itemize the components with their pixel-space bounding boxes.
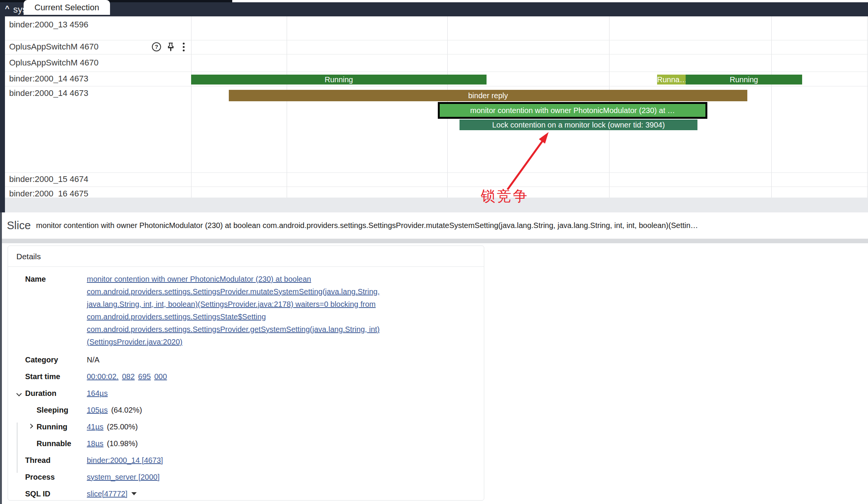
detail-row-sql-id: SQL ID slice[47772] (8, 485, 484, 502)
slice-kind-label: Slice (7, 219, 31, 232)
track-label-oplusappswitchm-1[interactable]: OplusAppSwitchM 4670 (9, 42, 99, 52)
running-link[interactable]: 41µs (87, 423, 104, 431)
slice-binder-reply[interactable]: binder reply (229, 90, 747, 101)
grid-line (191, 16, 191, 198)
slice-running-right[interactable]: Running (686, 75, 802, 85)
start-time-link[interactable]: 000 (154, 372, 167, 381)
detail-label: SQL ID (25, 490, 87, 498)
runnable-link[interactable]: 18µs (87, 439, 104, 448)
duration-link[interactable]: 164µs (87, 389, 108, 398)
panel-scrollbar[interactable] (0, 212, 2, 504)
category-value: N/A (87, 356, 99, 364)
pin-icon[interactable] (166, 42, 176, 51)
name-line[interactable]: com.android.providers.settings.SettingsS… (87, 311, 380, 323)
slice-summary-bar: Slice monitor contention with owner Phot… (0, 212, 868, 239)
more-vert-icon[interactable] (182, 43, 185, 51)
thread-link[interactable]: binder:2000_14 [4673] (87, 456, 163, 465)
annotation-label: 锁竞争 (481, 187, 529, 206)
indent-guide (17, 423, 18, 473)
help-icon[interactable]: ? (152, 42, 161, 51)
grid-line (771, 16, 772, 198)
start-time-link[interactable]: 082 (122, 372, 134, 381)
perfetto-trace-viewer: ^ system_server 2000 binder:2000_13 4596… (0, 0, 868, 504)
process-left-rail (0, 16, 5, 198)
detail-row-category: Category N/A (8, 351, 484, 368)
slice-running-left[interactable]: Running (191, 75, 487, 85)
bottom-panel-tab-bar (0, 198, 868, 212)
annotation-arrow (0, 0, 868, 213)
start-time-link[interactable]: 695 (138, 372, 151, 381)
row-divider (5, 86, 868, 86)
tab-current-selection[interactable]: Current Selection (24, 0, 110, 15)
details-card: Details Name monitor contention with own… (8, 246, 484, 501)
sleeping-link[interactable]: 105µs (87, 406, 108, 415)
sql-id-link[interactable]: slice[47772] (87, 490, 128, 498)
grid-line (867, 16, 868, 198)
detail-label: Sleeping (37, 406, 87, 415)
detail-row-thread: Thread binder:2000_14 [4673] (8, 452, 484, 469)
detail-label: Duration (25, 389, 87, 398)
process-group-header[interactable]: ^ system_server 2000 (0, 2, 868, 16)
row-divider (5, 54, 868, 54)
name-link[interactable]: monitor contention with owner PhotonicMo… (87, 273, 380, 348)
start-time-link[interactable]: 00:00:02. (87, 372, 118, 381)
slice-description: monitor contention with owner PhotonicMo… (36, 221, 868, 230)
detail-label: Start time (25, 372, 87, 381)
row-divider (5, 40, 868, 40)
row-divider (5, 172, 868, 173)
name-line[interactable]: com.android.providers.settings.SettingsP… (87, 323, 380, 336)
slice-monitor-contention-selected[interactable]: monitor contention with owner PhotonicMo… (438, 102, 707, 119)
details-title: Details (8, 246, 484, 267)
track-label-binder-2000-14-slices[interactable]: binder:2000_14 4673 (9, 88, 88, 98)
detail-row-name: Name monitor contention with owner Photo… (8, 273, 484, 348)
track-label-binder-2000-15[interactable]: binder:2000_15 4674 (9, 174, 88, 184)
chevron-right-icon[interactable] (28, 424, 33, 429)
detail-row-process: Process system_server [2000] (8, 469, 484, 485)
name-line[interactable]: com.android.providers.settings.SettingsP… (87, 285, 380, 298)
detail-row-duration: Duration 164µs (8, 385, 484, 402)
detail-row-start-time: Start time 00:00:02. 082 695 000 (8, 368, 484, 385)
tab-bar-rail (0, 198, 5, 212)
process-link[interactable]: system_server [2000] (87, 473, 160, 482)
collapse-icon[interactable]: ^ (5, 4, 10, 13)
detail-label: Category (25, 356, 87, 364)
panel-divider (0, 239, 868, 243)
detail-label: Thread (25, 456, 87, 465)
detail-row-running: Running 41µs (25.00%) (8, 418, 484, 435)
detail-label: Process (25, 473, 87, 482)
slice-runnable[interactable]: Runna… (657, 75, 686, 85)
track-label-binder-2000-13[interactable]: binder:2000_13 4596 (9, 20, 88, 30)
slice-lock-contention[interactable]: Lock contention on a monitor lock (owner… (460, 120, 697, 130)
detail-row-runnable: Runnable 18µs (10.98%) (8, 435, 484, 452)
row-divider (5, 72, 868, 72)
row-divider (5, 187, 868, 187)
detail-label: Name (25, 273, 87, 284)
detail-row-sleeping: Sleeping 105µs (64.02%) (8, 402, 484, 418)
detail-label: Runnable (37, 439, 87, 448)
dropdown-caret-icon[interactable] (131, 492, 137, 495)
track-label-binder-2000-14-sched[interactable]: binder:2000_14 4673 (9, 74, 88, 84)
track-label-oplusappswitchm-2[interactable]: OplusAppSwitchM 4670 (9, 58, 99, 68)
name-line[interactable]: monitor contention with owner PhotonicMo… (87, 273, 380, 285)
detail-label: Running (37, 423, 87, 431)
runnable-percent: (10.98%) (107, 439, 138, 448)
sleeping-percent: (64.02%) (111, 406, 142, 415)
grid-line (287, 16, 287, 198)
name-line[interactable]: (SettingsProvider.java:2020) (87, 336, 380, 348)
running-percent: (25.00%) (107, 423, 138, 431)
name-line[interactable]: java.lang.String, int, int, boolean)(Set… (87, 298, 380, 311)
chevron-down-icon[interactable] (16, 391, 22, 396)
